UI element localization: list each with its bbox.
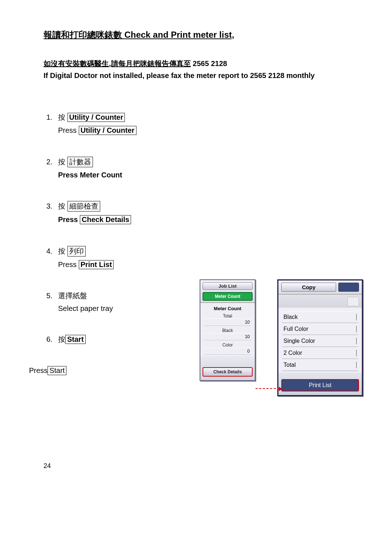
check-details-button-en[interactable]: Check Details: [80, 215, 131, 224]
scan-tab[interactable]: [338, 283, 359, 292]
row-total-label: Total: [283, 362, 296, 368]
mc-total-value: 10: [204, 319, 251, 326]
mc-black-label: Black: [204, 328, 251, 333]
step-2: 按 計數器 Press Meter Count: [54, 157, 348, 179]
device-screenshots: Job List Meter Count Meter Count Total 1…: [200, 279, 363, 396]
divider-icon: [356, 314, 357, 320]
print-list-button-cn[interactable]: 列印: [68, 246, 86, 257]
mc-black-value: 10: [204, 333, 251, 340]
check-details-button[interactable]: Check Details: [203, 367, 253, 377]
row-black-label: Black: [283, 314, 298, 320]
utility-counter-button-en[interactable]: Utility / Counter: [79, 126, 136, 135]
step-1-press-en: Press: [58, 126, 79, 134]
row-2-color[interactable]: 2 Color: [282, 347, 358, 359]
mc-total-label: Total: [204, 313, 251, 319]
row-black[interactable]: Black: [282, 311, 358, 323]
step-1: 按 Utility / Counter Press Utility / Coun…: [54, 112, 348, 135]
right-panel: Copy Black Full Color Single Color 2 Col…: [277, 279, 363, 396]
meter-count-button-cn[interactable]: 計數器: [68, 157, 93, 167]
notice-cn: 如沒有安裝數碼醫生,請每月把咪錶報告傳真至 2565 2128: [44, 59, 348, 69]
notice-fax: 2565 2128: [191, 59, 227, 67]
row-single-color-label: Single Color: [283, 338, 315, 344]
arrow-icon: [256, 388, 279, 389]
row-2-color-label: 2 Color: [283, 350, 302, 356]
divider-icon: [356, 362, 357, 368]
step-6-press-cn: 按: [58, 335, 65, 343]
step-3-press-en: Press: [58, 216, 80, 223]
step-3-press-cn: 按: [58, 202, 68, 210]
meter-count-title: Meter Count: [204, 306, 251, 311]
notice-en: If Digital Doctor not installed, please …: [44, 71, 348, 80]
utility-counter-button-cn[interactable]: Utility / Counter: [68, 113, 125, 122]
step-2-press-cn: 按: [58, 158, 68, 166]
step-1-press-cn: 按: [58, 113, 68, 121]
step-3: 按 細節檢查 Press Check Details: [54, 201, 348, 224]
job-list-button[interactable]: Job List: [203, 282, 253, 290]
print-list-button-en[interactable]: Print List: [79, 260, 114, 269]
check-details-button-cn[interactable]: 細節檢查: [68, 201, 100, 212]
divider-icon: [356, 350, 357, 356]
meter-count-tab[interactable]: Meter Count: [203, 292, 253, 301]
divider-icon: [356, 338, 357, 344]
mc-color-value: 0: [204, 348, 251, 355]
row-single-color[interactable]: Single Color: [282, 335, 358, 347]
copy-tab[interactable]: Copy: [281, 283, 336, 292]
step-2-press-en: Press: [58, 171, 80, 179]
page-title: 報讀和打印總咪錶數 Check and Print meter list,: [44, 29, 348, 41]
page-number: 24: [44, 462, 392, 470]
row-full-color-label: Full Color: [283, 326, 308, 332]
panel-gap: [278, 295, 362, 308]
row-full-color[interactable]: Full Color: [282, 323, 358, 335]
step-4: 按 列印 Press Print List: [54, 246, 348, 269]
start-button-cn[interactable]: Start: [65, 335, 86, 344]
divider-icon: [356, 326, 357, 332]
row-total[interactable]: Total: [282, 359, 358, 371]
notice-cn-text: 如沒有安裝數碼醫生,請每月把咪錶報告傳真至: [44, 59, 191, 67]
mc-color-label: Color: [204, 342, 251, 348]
meter-count-button-en[interactable]: Meter Count: [80, 171, 122, 179]
start-button-en[interactable]: Start: [48, 366, 66, 375]
step-4-press-en: Press: [58, 260, 79, 268]
step-4-press-cn: 按: [58, 247, 68, 255]
print-list-button[interactable]: Print List: [281, 379, 359, 391]
left-panel: Job List Meter Count Meter Count Total 1…: [200, 279, 256, 381]
step-6-press-en: Press: [29, 366, 48, 374]
